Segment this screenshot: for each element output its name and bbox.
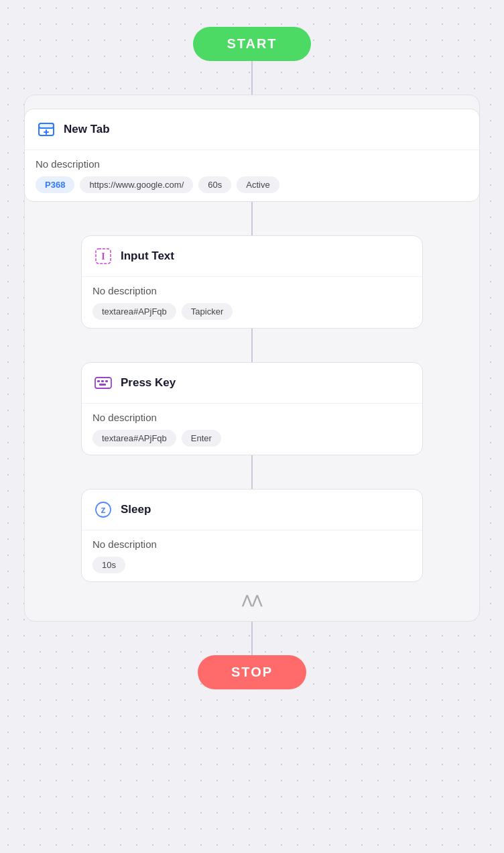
inner-flow: I Input Text No description textarea#APj… xyxy=(38,202,466,608)
connector-3 xyxy=(251,455,253,489)
new-tab-tag-2: 60s xyxy=(198,176,231,193)
input-text-tags: textarea#APjFqb Tapicker xyxy=(92,303,412,320)
sleep-body: No description 10s xyxy=(82,530,422,581)
connector-1 xyxy=(251,202,253,235)
sleep-icon: z xyxy=(92,499,114,520)
connector-start xyxy=(251,61,253,95)
press-key-title: Press Key xyxy=(121,376,176,390)
svg-rect-1 xyxy=(39,123,54,128)
input-text-card[interactable]: I Input Text No description textarea#APj… xyxy=(81,235,423,329)
svg-rect-6 xyxy=(95,378,111,388)
new-tab-title: New Tab xyxy=(64,123,110,136)
input-text-icon: I xyxy=(92,245,114,267)
sleep-header: z Sleep xyxy=(82,490,422,530)
press-key-body: No description textarea#APjFqb Enter xyxy=(82,404,422,455)
input-text-tag-0: textarea#APjFqb xyxy=(92,303,176,320)
flow-container: START New Tab No description xyxy=(0,27,504,689)
new-tab-tags: P368 https://www.google.com/ 60s Active xyxy=(36,176,468,193)
press-key-description: No description xyxy=(92,412,412,423)
start-button[interactable]: START xyxy=(193,27,310,61)
sleep-title: Sleep xyxy=(121,503,151,516)
press-key-tags: textarea#APjFqb Enter xyxy=(92,430,412,447)
svg-rect-9 xyxy=(105,380,108,382)
new-tab-icon xyxy=(36,119,57,140)
connector-end xyxy=(251,622,253,655)
sleep-tag-0: 10s xyxy=(92,557,125,573)
sleep-tags: 10s xyxy=(92,557,412,573)
new-tab-description: No description xyxy=(36,158,468,170)
press-key-tag-1: Enter xyxy=(182,430,221,447)
new-tab-card[interactable]: New Tab No description P368 https://www.… xyxy=(24,109,480,202)
input-text-body: No description textarea#APjFqb Tapicker xyxy=(82,277,422,328)
new-tab-tag-0: P368 xyxy=(36,176,74,193)
svg-rect-8 xyxy=(101,380,104,382)
svg-rect-7 xyxy=(97,380,100,382)
sleep-card[interactable]: z Sleep No description 10s xyxy=(81,489,423,582)
stop-button[interactable]: STOP xyxy=(198,655,306,689)
svg-text:I: I xyxy=(101,251,105,262)
new-tab-tag-3: Active xyxy=(237,176,279,193)
new-tab-tag-1: https://www.google.com/ xyxy=(80,176,193,193)
input-text-tag-1: Tapicker xyxy=(182,303,233,320)
new-tab-body: No description P368 https://www.google.c… xyxy=(25,150,479,201)
press-key-icon xyxy=(92,372,114,394)
input-text-title: Input Text xyxy=(121,249,174,263)
sleep-description: No description xyxy=(92,538,412,550)
input-text-header: I Input Text xyxy=(82,236,422,277)
input-text-description: No description xyxy=(92,285,412,296)
svg-text:z: z xyxy=(101,504,106,515)
press-key-tag-0: textarea#APjFqb xyxy=(92,430,176,447)
svg-rect-10 xyxy=(99,384,106,386)
connector-2 xyxy=(251,329,253,362)
press-key-header: Press Key xyxy=(82,363,422,404)
collapse-button[interactable]: ⋀⋀ xyxy=(242,593,262,608)
new-tab-header: New Tab xyxy=(25,109,479,150)
outer-card: New Tab No description P368 https://www.… xyxy=(24,95,480,622)
press-key-card[interactable]: Press Key No description textarea#APjFqb… xyxy=(81,362,423,455)
